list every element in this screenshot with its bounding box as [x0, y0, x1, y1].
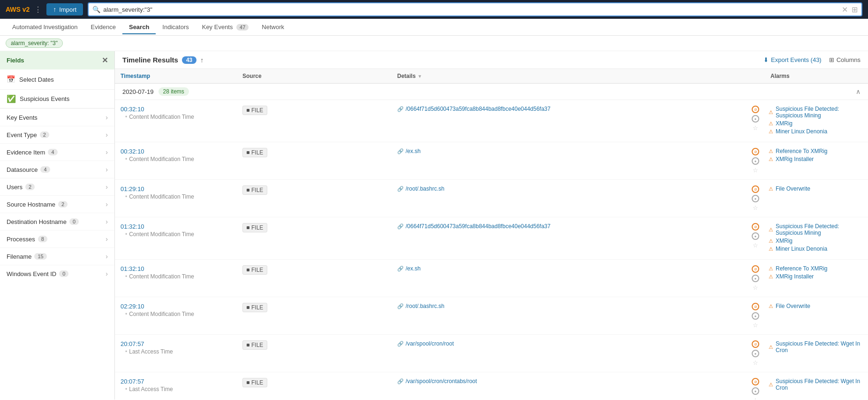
block-icon[interactable]: ⊘	[752, 378, 759, 385]
sidebar-item-datasource[interactable]: Datasource 4 ›	[0, 161, 114, 178]
detail-link[interactable]: /var/spool/cron/crontabs/root	[397, 378, 740, 385]
dot-icon[interactable]: ●	[752, 350, 759, 357]
event-time-link[interactable]: 00:32:10	[121, 148, 231, 155]
event-source: FILE	[237, 262, 392, 277]
sidebar-item-key-events[interactable]: Key Events ›	[0, 108, 114, 126]
file-source-label: FILE	[251, 304, 263, 311]
star-icon[interactable]: ☆	[753, 397, 758, 400]
filter-tag-alarm-severity[interactable]: alarm_severity: "3"	[6, 38, 63, 48]
alarm-label[interactable]: Suspicious File Detected: Wget In Cron	[776, 340, 864, 354]
tab-search[interactable]: Search	[122, 20, 156, 34]
sidebar-item-evidence-item[interactable]: Evidence Item 4 ›	[0, 143, 114, 161]
alarm-label[interactable]: Suspicious File Detected: Suspicious Min…	[776, 106, 864, 119]
star-icon[interactable]: ☆	[753, 204, 758, 211]
block-icon[interactable]: ⊘	[752, 223, 759, 231]
event-time-link[interactable]: 20:07:57	[121, 340, 231, 347]
detail-link[interactable]: /0664f71d5d600473a59fca8b844bad8fbce40e0…	[397, 106, 740, 112]
tab-network[interactable]: Network	[255, 20, 291, 34]
sidebar-item-event-type[interactable]: Event Type 2 ›	[0, 126, 114, 143]
alarm-triangle-icon: ⚠	[769, 148, 773, 154]
sort-asc-icon[interactable]: ↑	[200, 56, 204, 64]
alarm-label[interactable]: Suspicious File Detected: Suspicious Min…	[776, 223, 864, 236]
alarm-label[interactable]: XMRig	[776, 120, 793, 127]
th-details-sort-icon[interactable]: ▼	[417, 74, 422, 79]
star-icon[interactable]: ☆	[753, 284, 758, 291]
date-group-toggle-icon[interactable]: ∧	[856, 88, 860, 95]
block-icon[interactable]: ⊘	[752, 106, 759, 113]
dot-icon[interactable]: ●	[752, 115, 759, 123]
star-icon[interactable]: ☆	[753, 322, 758, 329]
detail-link[interactable]: /ex.sh	[397, 265, 740, 272]
sidebar-item-processes[interactable]: Processes 8 ›	[0, 230, 114, 247]
table-row: 01:29:10 Content Modification Time FILE …	[115, 180, 868, 217]
sidebar-item-users[interactable]: Users 2 ›	[0, 178, 114, 195]
event-time-link[interactable]: 01:32:10	[121, 265, 231, 272]
block-icon[interactable]: ⊘	[752, 265, 759, 273]
tab-key-events[interactable]: Key Events 47	[196, 20, 256, 34]
dot-icon[interactable]: ●	[752, 275, 759, 282]
event-subtext: Last Access Time	[121, 386, 231, 392]
sidebar-item-windows-event-id[interactable]: Windows Event ID 0 ›	[0, 265, 114, 282]
dot-icon[interactable]: ●	[752, 232, 759, 240]
detail-link[interactable]: /ex.sh	[397, 148, 740, 154]
star-icon[interactable]: ☆	[753, 167, 758, 174]
filter-item-label-windows-event-id: Windows Event ID 0	[7, 270, 68, 277]
block-icon[interactable]: ⊘	[752, 185, 759, 193]
detail-link[interactable]: /var/spool/cron/root	[397, 340, 740, 347]
columns-button[interactable]: ⊞ Columns	[829, 56, 860, 63]
dot-icon[interactable]: ●	[752, 387, 759, 395]
chevron-right-icon: ›	[106, 200, 108, 208]
search-refresh-icon[interactable]: ⊞	[852, 5, 858, 14]
alarm-label[interactable]: XMRig Installer	[776, 156, 814, 162]
alarm-label[interactable]: File Overwrite	[776, 303, 810, 309]
star-icon[interactable]: ☆	[753, 242, 758, 249]
detail-link[interactable]: /root/.bashrc.sh	[397, 303, 740, 309]
event-time-link[interactable]: 00:32:10	[121, 106, 231, 113]
sidebar-item-source-hostname[interactable]: Source Hostname 2 ›	[0, 195, 114, 213]
chevron-right-icon: ›	[106, 270, 108, 277]
sidebar-item-filename[interactable]: Filename 15 ›	[0, 247, 114, 265]
import-button[interactable]: Import	[46, 3, 83, 15]
event-time-link[interactable]: 01:32:10	[121, 223, 231, 230]
search-clear-icon[interactable]: ✕	[842, 5, 848, 14]
block-icon[interactable]: ⊘	[752, 148, 759, 155]
tab-automated-investigation[interactable]: Automated Investigation	[6, 20, 84, 34]
tab-indicators[interactable]: Indicators	[156, 20, 195, 34]
alarm-label[interactable]: File Overwrite	[776, 185, 810, 192]
alarm-label[interactable]: Reference To XMRig	[776, 265, 828, 272]
alarm-triangle-icon: ⚠	[769, 344, 773, 350]
alarm-item: ⚠ XMRig Installer	[769, 156, 864, 162]
sidebar-close-icon[interactable]: ✕	[102, 56, 108, 65]
detail-link[interactable]: /root/.bashrc.sh	[397, 185, 740, 192]
event-time-link[interactable]: 20:07:57	[121, 378, 231, 385]
dot-icon[interactable]: ●	[752, 195, 759, 202]
detail-link[interactable]: /0664f71d5d600473a59fca8b844bad8fbce40e0…	[397, 223, 740, 230]
event-time-link[interactable]: 01:29:10	[121, 185, 231, 192]
suspicious-events-row[interactable]: ✅ Suspicious Events	[0, 90, 114, 108]
tab-evidence[interactable]: Evidence	[84, 20, 122, 34]
filter-item-label-processes: Processes 8	[7, 236, 47, 243]
dot-icon[interactable]: ●	[752, 157, 759, 165]
results-count-badge: 43	[182, 56, 196, 64]
sidebar-item-destination-hostname[interactable]: Destination Hostname 0 ›	[0, 213, 114, 230]
block-icon[interactable]: ⊘	[752, 340, 759, 348]
search-input[interactable]	[103, 6, 842, 13]
block-icon[interactable]: ⊘	[752, 303, 759, 310]
topbar-menu-icon[interactable]: ⋮	[34, 5, 42, 14]
event-subtext: Last Access Time	[121, 348, 231, 355]
alarm-label[interactable]: XMRig	[776, 238, 793, 244]
alarm-label[interactable]: XMRig Installer	[776, 273, 814, 280]
event-time-link[interactable]: 02:29:10	[121, 303, 231, 310]
dot-icon[interactable]: ●	[752, 312, 759, 320]
alarm-label[interactable]: Miner Linux Denonia	[776, 246, 827, 252]
alarm-label[interactable]: Reference To XMRig	[776, 148, 828, 154]
chevron-right-icon: ›	[106, 235, 108, 243]
alarm-label[interactable]: Suspicious File Detected: Wget In Cron	[776, 378, 864, 391]
alarm-label[interactable]: Miner Linux Denonia	[776, 128, 827, 135]
star-icon[interactable]: ☆	[753, 359, 758, 366]
export-button[interactable]: ⬇ Export Events (43)	[763, 56, 822, 63]
select-dates-row[interactable]: 📅 Select Dates	[0, 69, 114, 89]
star-icon[interactable]: ☆	[753, 124, 758, 131]
alarm-triangle-icon: ⚠	[769, 303, 773, 309]
alarm-triangle-icon: ⚠	[769, 246, 773, 252]
